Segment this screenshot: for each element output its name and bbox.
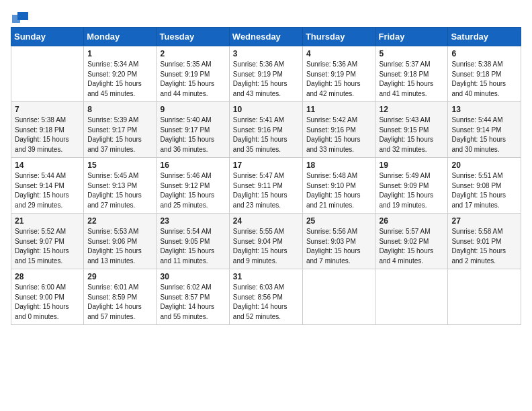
calendar-day-cell: 2Sunrise: 5:35 AM Sunset: 9:19 PM Daylig…	[157, 46, 229, 102]
day-of-week-header: Saturday	[448, 28, 521, 46]
day-info: Sunrise: 5:49 AM Sunset: 9:09 PM Dayligh…	[379, 171, 444, 210]
calendar-day-cell: 6Sunrise: 5:38 AM Sunset: 9:18 PM Daylig…	[448, 46, 521, 102]
calendar-table: SundayMondayTuesdayWednesdayThursdayFrid…	[11, 27, 521, 325]
day-number: 8	[87, 105, 152, 114]
day-number: 27	[451, 216, 517, 226]
day-number: 21	[15, 216, 80, 226]
calendar-header-row: SundayMondayTuesdayWednesdayThursdayFrid…	[11, 28, 521, 46]
calendar-day-cell: 17Sunrise: 5:47 AM Sunset: 9:11 PM Dayli…	[229, 158, 302, 214]
day-number: 31	[233, 272, 299, 281]
calendar-day-cell: 18Sunrise: 5:48 AM Sunset: 9:10 PM Dayli…	[302, 158, 375, 214]
calendar-day-cell: 19Sunrise: 5:49 AM Sunset: 9:09 PM Dayli…	[375, 158, 448, 214]
day-of-week-header: Wednesday	[229, 28, 302, 46]
day-number: 14	[15, 161, 80, 170]
day-number: 1	[87, 49, 152, 58]
calendar-day-cell: 28Sunrise: 6:00 AM Sunset: 9:00 PM Dayli…	[11, 269, 84, 325]
calendar-day-cell: 23Sunrise: 5:54 AM Sunset: 9:05 PM Dayli…	[157, 214, 229, 269]
day-number: 17	[233, 161, 299, 170]
day-info: Sunrise: 5:37 AM Sunset: 9:18 PM Dayligh…	[379, 60, 444, 99]
calendar-day-cell: 3Sunrise: 5:36 AM Sunset: 9:19 PM Daylig…	[229, 46, 302, 102]
day-number: 3	[233, 49, 299, 58]
day-number: 4	[306, 49, 372, 58]
day-of-week-header: Friday	[375, 28, 448, 46]
day-info: Sunrise: 5:39 AM Sunset: 9:17 PM Dayligh…	[87, 116, 152, 154]
day-number: 16	[160, 161, 225, 170]
calendar-day-cell: 12Sunrise: 5:43 AM Sunset: 9:15 PM Dayli…	[375, 102, 448, 158]
day-number: 26	[379, 216, 444, 226]
logo-icon	[12, 11, 28, 24]
day-info: Sunrise: 6:00 AM Sunset: 9:00 PM Dayligh…	[15, 283, 80, 322]
day-number: 13	[451, 105, 517, 114]
day-info: Sunrise: 6:03 AM Sunset: 8:56 PM Dayligh…	[233, 283, 299, 322]
calendar-day-cell: 5Sunrise: 5:37 AM Sunset: 9:18 PM Daylig…	[375, 46, 448, 102]
calendar-day-cell: 16Sunrise: 5:46 AM Sunset: 9:12 PM Dayli…	[157, 158, 229, 214]
day-info: Sunrise: 5:43 AM Sunset: 9:15 PM Dayligh…	[379, 116, 444, 154]
day-info: Sunrise: 5:58 AM Sunset: 9:01 PM Dayligh…	[451, 227, 517, 266]
day-number: 18	[306, 161, 372, 170]
page-header	[11, 11, 521, 21]
calendar-day-cell: 31Sunrise: 6:03 AM Sunset: 8:56 PM Dayli…	[229, 269, 302, 325]
day-of-week-header: Tuesday	[157, 28, 229, 46]
day-info: Sunrise: 5:34 AM Sunset: 9:20 PM Dayligh…	[87, 60, 152, 99]
day-number: 9	[160, 105, 225, 114]
day-number: 29	[87, 272, 152, 281]
calendar-day-cell: 26Sunrise: 5:57 AM Sunset: 9:02 PM Dayli…	[375, 214, 448, 269]
day-info: Sunrise: 5:40 AM Sunset: 9:17 PM Dayligh…	[160, 116, 225, 154]
day-info: Sunrise: 5:36 AM Sunset: 9:19 PM Dayligh…	[233, 60, 299, 99]
day-info: Sunrise: 5:52 AM Sunset: 9:07 PM Dayligh…	[15, 227, 80, 266]
day-info: Sunrise: 5:44 AM Sunset: 9:14 PM Dayligh…	[451, 116, 517, 154]
day-info: Sunrise: 5:53 AM Sunset: 9:06 PM Dayligh…	[87, 227, 152, 266]
calendar-day-cell: 1Sunrise: 5:34 AM Sunset: 9:20 PM Daylig…	[84, 46, 157, 102]
calendar-day-cell: 25Sunrise: 5:56 AM Sunset: 9:03 PM Dayli…	[302, 214, 375, 269]
day-of-week-header: Monday	[84, 28, 157, 46]
logo	[11, 11, 28, 21]
calendar-day-cell: 22Sunrise: 5:53 AM Sunset: 9:06 PM Dayli…	[84, 214, 157, 269]
day-info: Sunrise: 6:02 AM Sunset: 8:57 PM Dayligh…	[160, 283, 225, 322]
calendar-day-cell: 30Sunrise: 6:02 AM Sunset: 8:57 PM Dayli…	[157, 269, 229, 325]
day-number: 28	[15, 272, 80, 281]
calendar-day-cell: 20Sunrise: 5:51 AM Sunset: 9:08 PM Dayli…	[448, 158, 521, 214]
calendar-day-cell: 13Sunrise: 5:44 AM Sunset: 9:14 PM Dayli…	[448, 102, 521, 158]
day-number: 11	[306, 105, 372, 114]
day-info: Sunrise: 5:35 AM Sunset: 9:19 PM Dayligh…	[160, 60, 225, 99]
day-number: 19	[379, 161, 444, 170]
day-number: 7	[15, 105, 80, 114]
day-number: 20	[451, 161, 517, 170]
svg-marker-1	[12, 15, 20, 23]
calendar-day-cell	[375, 269, 448, 325]
calendar-day-cell: 7Sunrise: 5:38 AM Sunset: 9:18 PM Daylig…	[11, 102, 84, 158]
calendar-day-cell: 24Sunrise: 5:55 AM Sunset: 9:04 PM Dayli…	[229, 214, 302, 269]
calendar-day-cell: 10Sunrise: 5:41 AM Sunset: 9:16 PM Dayli…	[229, 102, 302, 158]
calendar-week-row: 1Sunrise: 5:34 AM Sunset: 9:20 PM Daylig…	[11, 46, 521, 102]
day-info: Sunrise: 5:54 AM Sunset: 9:05 PM Dayligh…	[160, 227, 225, 266]
day-info: Sunrise: 5:42 AM Sunset: 9:16 PM Dayligh…	[306, 116, 372, 154]
day-info: Sunrise: 5:48 AM Sunset: 9:10 PM Dayligh…	[306, 171, 372, 210]
day-info: Sunrise: 5:38 AM Sunset: 9:18 PM Dayligh…	[15, 116, 80, 154]
calendar-day-cell	[11, 46, 84, 102]
day-number: 25	[306, 216, 372, 226]
day-number: 10	[233, 105, 299, 114]
calendar-week-row: 14Sunrise: 5:44 AM Sunset: 9:14 PM Dayli…	[11, 158, 521, 214]
calendar-day-cell: 4Sunrise: 5:36 AM Sunset: 9:19 PM Daylig…	[302, 46, 375, 102]
day-info: Sunrise: 6:01 AM Sunset: 8:59 PM Dayligh…	[87, 283, 152, 322]
day-number: 15	[87, 161, 152, 170]
day-number: 23	[160, 216, 225, 226]
day-info: Sunrise: 5:46 AM Sunset: 9:12 PM Dayligh…	[160, 171, 225, 210]
day-number: 22	[87, 216, 152, 226]
calendar-day-cell: 11Sunrise: 5:42 AM Sunset: 9:16 PM Dayli…	[302, 102, 375, 158]
day-info: Sunrise: 5:51 AM Sunset: 9:08 PM Dayligh…	[451, 171, 517, 210]
day-info: Sunrise: 5:55 AM Sunset: 9:04 PM Dayligh…	[233, 227, 299, 266]
calendar-day-cell: 27Sunrise: 5:58 AM Sunset: 9:01 PM Dayli…	[448, 214, 521, 269]
day-info: Sunrise: 5:41 AM Sunset: 9:16 PM Dayligh…	[233, 116, 299, 154]
calendar-day-cell	[302, 269, 375, 325]
calendar-day-cell	[448, 269, 521, 325]
day-number: 12	[379, 105, 444, 114]
day-info: Sunrise: 5:56 AM Sunset: 9:03 PM Dayligh…	[306, 227, 372, 266]
calendar-week-row: 7Sunrise: 5:38 AM Sunset: 9:18 PM Daylig…	[11, 102, 521, 158]
calendar-week-row: 28Sunrise: 6:00 AM Sunset: 9:00 PM Dayli…	[11, 269, 521, 325]
day-info: Sunrise: 5:57 AM Sunset: 9:02 PM Dayligh…	[379, 227, 444, 266]
day-of-week-header: Sunday	[11, 28, 84, 46]
day-number: 24	[233, 216, 299, 226]
day-info: Sunrise: 5:44 AM Sunset: 9:14 PM Dayligh…	[15, 171, 80, 210]
calendar-day-cell: 9Sunrise: 5:40 AM Sunset: 9:17 PM Daylig…	[157, 102, 229, 158]
